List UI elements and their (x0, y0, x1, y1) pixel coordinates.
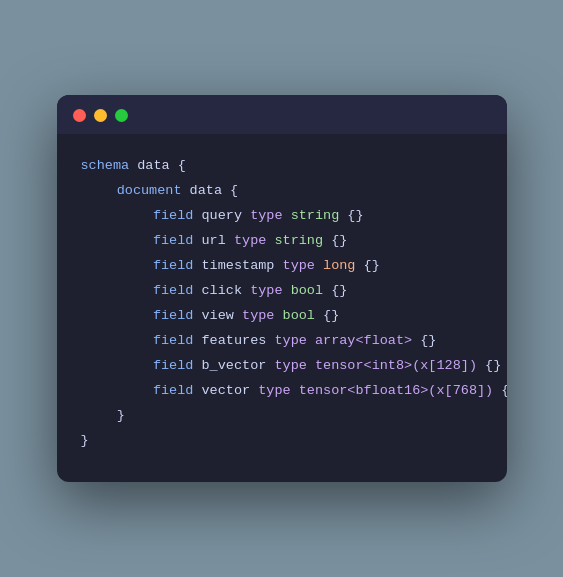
type-value-1: string (291, 208, 340, 223)
field-features: field features type array<float> {} (81, 329, 483, 354)
type-value-7: tensor<int8>(x[128]) (315, 358, 477, 373)
type-value-4: bool (291, 283, 323, 298)
document-name: data { (182, 183, 239, 198)
type-keyword-2: type (234, 233, 266, 248)
type-value-5: bool (283, 308, 315, 323)
type-value-8: tensor<bfloat16>(x[768]) (299, 383, 493, 398)
field-keyword-3: field (153, 258, 194, 273)
field-query: field query type string {} (81, 204, 483, 229)
type-value-6: array<float> (315, 333, 412, 348)
title-bar (57, 95, 507, 134)
schema-close: } (81, 429, 483, 454)
schema-name: data { (129, 158, 186, 173)
code-window: schema data { document data { field quer… (57, 95, 507, 482)
type-value-3: long (323, 258, 355, 273)
type-keyword-8: type (258, 383, 290, 398)
field-view: field view type bool {} (81, 304, 483, 329)
schema-keyword: schema (81, 158, 130, 173)
field-click: field click type bool {} (81, 279, 483, 304)
document-keyword: document (117, 183, 182, 198)
field-url: field url type string {} (81, 229, 483, 254)
minimize-button[interactable] (94, 109, 107, 122)
field-keyword-2: field (153, 233, 194, 248)
field-timestamp: field timestamp type long {} (81, 254, 483, 279)
code-area: schema data { document data { field quer… (57, 134, 507, 482)
document-close: } (81, 404, 483, 429)
field-keyword-4: field (153, 283, 194, 298)
type-keyword-1: type (250, 208, 282, 223)
type-keyword-4: type (250, 283, 282, 298)
type-keyword-6: type (274, 333, 306, 348)
field-keyword-1: field (153, 208, 194, 223)
maximize-button[interactable] (115, 109, 128, 122)
field-keyword-6: field (153, 333, 194, 348)
type-keyword-5: type (242, 308, 274, 323)
type-keyword-7: type (274, 358, 306, 373)
type-value-2: string (274, 233, 323, 248)
field-keyword-5: field (153, 308, 194, 323)
field-keyword-8: field (153, 383, 194, 398)
type-keyword-3: type (283, 258, 315, 273)
schema-line: schema data { (81, 154, 483, 179)
field-b-vector: field b_vector type tensor<int8>(x[128])… (81, 354, 483, 379)
field-keyword-7: field (153, 358, 194, 373)
close-button[interactable] (73, 109, 86, 122)
document-line: document data { (81, 179, 483, 204)
field-vector: field vector type tensor<bfloat16>(x[768… (81, 379, 483, 404)
